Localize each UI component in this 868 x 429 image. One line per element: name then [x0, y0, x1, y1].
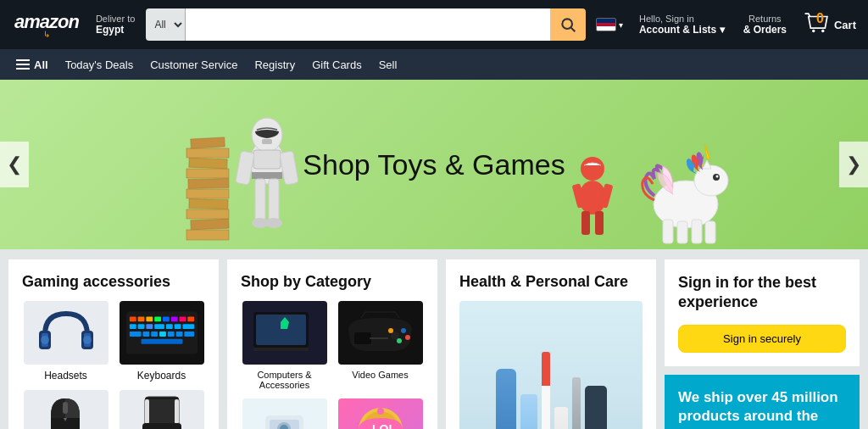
svg-rect-54 — [170, 316, 177, 321]
svg-rect-59 — [146, 324, 153, 329]
svg-rect-62 — [174, 324, 181, 329]
account-lists: Account & Lists ▾ — [639, 24, 725, 36]
svg-point-28 — [716, 176, 719, 178]
nav-item-gift-cards[interactable]: Gift Cards — [304, 53, 370, 76]
headset-label: Headsets — [44, 370, 87, 382]
category-title: Shop by Category — [241, 273, 424, 291]
nav-all[interactable]: All — [8, 53, 56, 76]
svg-rect-50 — [137, 316, 144, 321]
svg-rect-49 — [129, 316, 136, 321]
svg-rect-74 — [147, 399, 176, 424]
signin-button[interactable]: Sign in securely — [678, 325, 846, 353]
svg-rect-20 — [269, 179, 279, 221]
hello-text: Hello, Sign in — [639, 14, 725, 24]
svg-line-1 — [571, 28, 576, 32]
svg-point-3 — [821, 29, 824, 31]
svg-rect-67 — [159, 332, 166, 337]
gaming-item-chairs[interactable]: Chairs — [118, 390, 205, 429]
left-arrow-icon: ❮ — [7, 153, 22, 175]
all-label: All — [34, 58, 48, 71]
nav-item-deals[interactable]: Today's Deals — [58, 53, 142, 76]
svg-point-106 — [377, 408, 384, 415]
cart[interactable]: 0 Cart — [799, 6, 860, 44]
svg-point-92 — [397, 338, 402, 343]
svg-rect-68 — [167, 332, 174, 337]
svg-rect-94 — [370, 337, 388, 339]
category-card: Shop by Category Computers & Accessories — [227, 259, 437, 429]
svg-rect-41 — [595, 211, 604, 235]
deliver-to[interactable]: Deliver to Egypt — [92, 11, 139, 38]
svg-rect-85 — [256, 315, 306, 345]
category-item-video-games[interactable]: Video Games — [337, 301, 424, 390]
nav-item-registry[interactable]: Registry — [247, 53, 303, 76]
svg-rect-88 — [354, 332, 371, 344]
shipping-card: We ship over 45 million products around … — [665, 375, 860, 429]
svg-text:LOL: LOL — [372, 422, 396, 429]
nav-item-customer-service[interactable]: Customer Service — [142, 53, 245, 76]
svg-point-0 — [562, 19, 572, 29]
keyboard-image — [120, 301, 204, 365]
cart-label: Cart — [834, 19, 856, 31]
gaming-item-mice[interactable]: Computer mice — [22, 390, 109, 429]
svg-rect-34 — [692, 220, 702, 243]
category-item-baby[interactable]: Baby — [241, 398, 328, 429]
gaming-title: Gaming accessories — [22, 273, 205, 291]
svg-rect-23 — [236, 151, 254, 185]
svg-rect-19 — [255, 179, 265, 221]
logo[interactable]: amazon ↳ — [8, 8, 85, 42]
hamburger-icon — [16, 59, 30, 70]
svg-rect-55 — [179, 316, 186, 321]
svg-rect-77 — [142, 423, 181, 430]
jenga-blocks — [182, 128, 233, 249]
svg-point-91 — [405, 335, 410, 340]
svg-rect-65 — [142, 332, 149, 337]
gaming-item-headsets[interactable]: Headsets — [22, 301, 109, 382]
svg-rect-71 — [141, 339, 182, 344]
svg-rect-35 — [705, 221, 715, 243]
svg-rect-40 — [581, 211, 590, 235]
right-arrow-icon: ❯ — [846, 153, 861, 175]
svg-rect-76 — [175, 399, 179, 424]
returns-label: Returns — [743, 14, 787, 24]
account-menu[interactable]: Hello, Sign in Account & Lists ▾ — [633, 10, 731, 39]
svg-point-47 — [83, 336, 92, 344]
svg-rect-10 — [186, 169, 229, 178]
svg-rect-18 — [252, 172, 282, 179]
svg-rect-61 — [165, 324, 172, 329]
returns-orders[interactable]: Returns & Orders — [737, 10, 793, 39]
search-icon — [559, 16, 576, 33]
svg-rect-9 — [188, 179, 229, 189]
svg-rect-8 — [186, 189, 229, 198]
svg-rect-87 — [253, 348, 309, 351]
flag-arrow: ▾ — [619, 20, 623, 30]
search-input[interactable] — [186, 8, 550, 41]
svg-rect-24 — [280, 151, 298, 185]
navbar: All Today's Deals Customer Service Regis… — [0, 49, 868, 80]
svg-rect-75 — [145, 399, 149, 424]
category-item-toys[interactable]: LOL Toys & Games — [337, 398, 424, 429]
gaming-card: Gaming accessories Headsets — [8, 259, 219, 429]
nav-item-sell[interactable]: Sell — [371, 53, 405, 76]
svg-rect-32 — [663, 220, 673, 243]
gaming-item-keyboards[interactable]: Keyboards — [118, 301, 205, 382]
category-item-computers[interactable]: Computers & Accessories — [241, 301, 328, 390]
flag-selector[interactable]: ▾ — [593, 14, 626, 35]
svg-rect-58 — [137, 324, 144, 329]
health-title: Health & Personal Care — [459, 273, 643, 291]
logo-smile: ↳ — [43, 30, 50, 39]
search-category-select[interactable]: All — [146, 8, 186, 41]
video-games-label: Video Games — [352, 370, 408, 380]
svg-rect-72 — [63, 402, 68, 414]
baby-image — [242, 398, 327, 429]
right-panel: Sign in for the best experience Sign in … — [665, 259, 860, 429]
svg-rect-60 — [154, 324, 164, 329]
cart-count: 0 — [816, 11, 824, 26]
svg-rect-4 — [186, 230, 229, 240]
hero-next-arrow[interactable]: ❯ — [839, 142, 868, 187]
svg-rect-52 — [154, 316, 161, 321]
hero-prev-arrow[interactable]: ❮ — [0, 142, 29, 187]
mouse-image — [24, 390, 108, 429]
orders-label: & Orders — [743, 24, 787, 36]
header: amazon ↳ Deliver to Egypt All ▾ Hello, S… — [0, 0, 868, 49]
search-button[interactable] — [550, 8, 586, 41]
